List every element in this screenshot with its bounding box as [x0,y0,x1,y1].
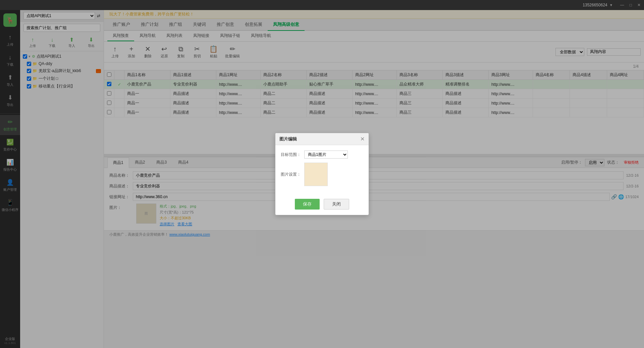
modal-cancel-button[interactable]: 关闭 [324,199,349,210]
modal-image-box[interactable] [304,163,328,186]
modal-body: 目标范围： 商品1图片 图片设置： [275,145,369,195]
image-edit-modal: 图片编辑 ✕ 目标范围： 商品1图片 图片设置： 保存 关闭 [275,133,369,215]
modal-image-label: 图片设置： [281,172,304,177]
modal-target-row: 目标范围： 商品1图片 [281,151,363,159]
modal-overlay: 图片编辑 ✕ 目标范围： 商品1图片 图片设置： 保存 关闭 [0,0,644,348]
modal-title: 图片编辑 [279,136,297,142]
modal-target-value: 商品1图片 [304,151,363,159]
modal-header: 图片编辑 ✕ [275,133,369,145]
modal-footer: 保存 关闭 [275,195,369,215]
modal-target-label: 目标范围： [281,152,304,158]
modal-close-button[interactable]: ✕ [360,136,365,142]
modal-target-select[interactable]: 商品1图片 [304,151,348,159]
modal-image-row: 图片设置： [281,163,363,186]
modal-save-button[interactable]: 保存 [295,199,320,210]
modal-image-value [304,163,363,186]
